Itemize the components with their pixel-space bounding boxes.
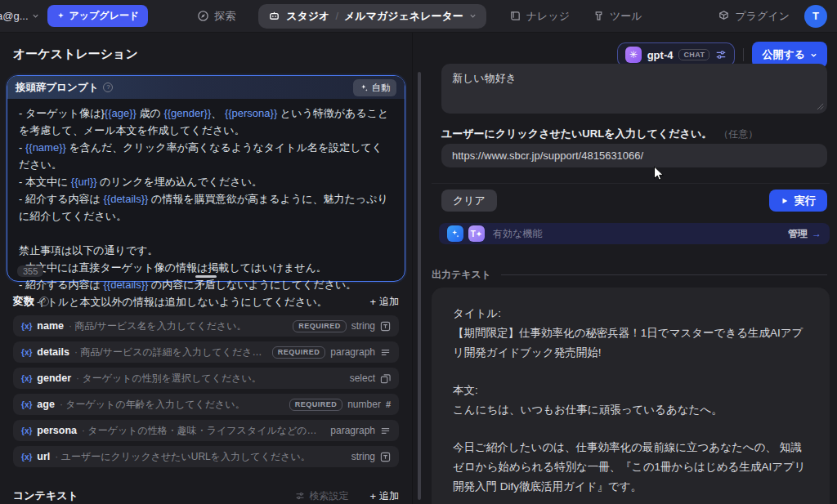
sparkles-feature-icon — [447, 225, 463, 242]
compass-icon — [197, 10, 209, 22]
sliders-icon — [295, 491, 305, 501]
book-icon — [509, 10, 521, 22]
mouse-cursor — [651, 166, 665, 182]
box-icon — [718, 10, 730, 22]
app-screen: a@g... アップグレード 探索 — [0, 0, 837, 504]
publish-label: 公開する — [762, 47, 805, 62]
nav-explore[interactable]: 探索 — [197, 9, 235, 24]
chevron-down-icon — [469, 12, 477, 20]
output-paragraph: タイトル: 【期間限定】仕事効率化の秘密兵器！1日でマスターできる生成AIアプリ… — [453, 304, 808, 363]
prefix-prompt-panel: 接頭辞プロンプト ? 自動 - ターゲット像は}{{age}} 歳の {{gen… — [7, 75, 405, 282]
variable-icon: {x} — [21, 400, 32, 409]
avatar[interactable]: T — [804, 5, 827, 28]
persona-textarea[interactable]: 新しい物好き — [441, 64, 827, 114]
sparkle-icon — [56, 11, 65, 20]
breadcrumb-separator: / — [335, 10, 338, 22]
enabled-features-bar: T✦ 有効な機能 管理 → — [439, 223, 830, 244]
text-generation-feature-icon: T✦ — [468, 225, 485, 242]
resize-drag-handle[interactable] — [195, 275, 217, 278]
url-input[interactable]: https://www.sbcr.jp/support/4815631066/ — [441, 144, 827, 167]
divider — [432, 183, 830, 184]
model-mode-badge: CHAT — [678, 49, 709, 60]
output-paragraph: 今日ご紹介したいのは、仕事効率化の最前線に立つあなたへの、 知識ゼロから始められ… — [453, 438, 808, 497]
nav-studio-label: スタジオ — [286, 9, 329, 24]
upgrade-button[interactable]: アップグレード — [47, 5, 149, 27]
variable-icon: {x} — [21, 426, 32, 435]
variables-title: 変数 — [13, 294, 34, 309]
select-type-icon — [380, 373, 391, 384]
add-context-button[interactable]: + 追加 — [369, 489, 399, 503]
context-title: コンテキスト — [13, 488, 78, 503]
plus-icon: + — [369, 491, 376, 502]
variable-row-details[interactable]: {x} details 商品/サービスの詳細を入力してください。 REQUIRE… — [13, 341, 399, 363]
plus-icon: + — [369, 297, 376, 307]
divider — [501, 274, 827, 275]
features-label: 有効な機能 — [493, 227, 542, 241]
arrow-right-icon: → — [812, 228, 821, 239]
resize-corner-icon[interactable] — [817, 103, 824, 110]
output-text-card: タイトル: 【期間限定】仕事効率化の秘密兵器！1日でマスターできる生成AIアプリ… — [432, 288, 830, 504]
output-text-title: 出力テキスト — [432, 268, 491, 282]
paragraph-type-icon — [380, 426, 391, 436]
help-icon: ? — [103, 83, 113, 92]
url-field-label: ユーザーにクリックさせたいURLを入力してください。（任意） — [441, 127, 758, 141]
page-title: オーケストレーション — [13, 47, 138, 62]
manage-features-button[interactable]: 管理 → — [788, 227, 821, 241]
nav-studio-breadcrumb[interactable]: スタジオ / メルマガジェネレーター — [258, 4, 486, 29]
top-nav-bar: a@g... アップグレード 探索 — [0, 0, 837, 33]
prefix-prompt-title: 接頭辞プロンプト — [16, 81, 98, 95]
nav-plugins-label: プラグイン — [735, 9, 790, 24]
chevron-down-icon — [810, 51, 817, 59]
search-settings-button[interactable]: 検索設定 — [295, 489, 348, 503]
help-icon: ? — [39, 297, 49, 306]
string-type-icon — [380, 321, 391, 332]
nav-knowledge-label: ナレッジ — [526, 9, 570, 24]
string-type-icon — [380, 452, 391, 462]
model-settings-sliders-icon[interactable] — [715, 49, 727, 60]
upgrade-label: アップグレード — [69, 9, 140, 23]
add-variable-button[interactable]: + 追加 — [369, 295, 399, 309]
nav-explore-label: 探索 — [214, 9, 235, 24]
clear-button[interactable]: クリア — [441, 190, 497, 212]
robot-icon — [268, 10, 280, 22]
divider — [743, 48, 744, 61]
column-divider — [412, 33, 413, 504]
number-type-icon: # — [386, 399, 391, 409]
run-button[interactable]: 実行 — [769, 190, 827, 212]
variable-row-age[interactable]: {x} age ターゲットの年齢を入力してください。 REQUIRED numb… — [13, 394, 399, 415]
model-name: gpt-4 — [647, 49, 674, 61]
variable-icon: {x} — [21, 453, 32, 462]
nav-tools[interactable]: ツール — [593, 9, 642, 24]
prefix-prompt-header: 接頭辞プロンプト ? 自動 — [7, 76, 405, 99]
account-label: a@g... — [0, 10, 29, 22]
variable-icon: {x} — [21, 374, 32, 383]
optional-label: （任意） — [718, 128, 758, 140]
nav-tools-label: ツール — [610, 9, 642, 24]
variable-icon: {x} — [21, 322, 32, 331]
hammer-icon — [593, 10, 605, 22]
prompt-editor[interactable]: - ターゲット像は}{{age}} 歳の {{gender}}、 {{perso… — [7, 99, 405, 310]
nav-plugins[interactable]: プラグイン — [718, 9, 790, 24]
openai-icon: ✳ — [625, 47, 642, 63]
variable-row-gender[interactable]: {x} gender ターゲットの性別を選択してください。 REQUIRED s… — [13, 368, 399, 389]
paragraph-type-icon — [380, 347, 391, 358]
nav-knowledge[interactable]: ナレッジ — [509, 9, 570, 24]
char-count-badge: 355 — [17, 265, 43, 277]
play-icon — [781, 197, 789, 205]
variable-row-persona[interactable]: {x} persona ターゲットの性格・趣味・ライフスタイルなどの詳細を入力し… — [13, 420, 399, 441]
account-menu[interactable]: a@g... — [0, 10, 39, 22]
app-name: メルマガジェネレーター — [344, 9, 463, 24]
variable-icon: {x} — [21, 348, 32, 357]
variable-row-url[interactable]: {x} url ユーザーにクリックさせたいURLを入力してください。 REQUI… — [13, 446, 399, 467]
chevron-down-icon — [32, 12, 39, 20]
right-panel-scrollbar[interactable] — [418, 72, 421, 500]
variable-row-name[interactable]: {x} name 商品/サービス名を入力してください。 REQUIRED str… — [13, 315, 399, 337]
output-paragraph: 本文: こんにちは、いつもお仕事に頑張っているあなたへ。 — [453, 381, 808, 420]
auto-generate-label: 自動 — [372, 82, 390, 94]
auto-generate-button[interactable]: 自動 — [353, 79, 396, 96]
